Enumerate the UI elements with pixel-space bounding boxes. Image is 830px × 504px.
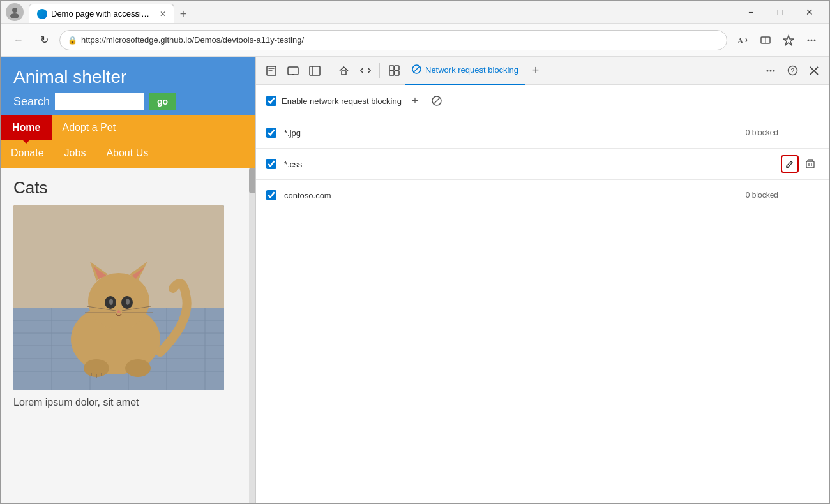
more-tabs-button[interactable]: [760, 61, 781, 81]
rule-jpg-checkbox[interactable]: [266, 128, 276, 138]
webpage-scrollbar[interactable]: [249, 168, 255, 503]
devtools-elements-button[interactable]: [384, 61, 404, 81]
svg-rect-41: [267, 66, 276, 75]
webpage-body: Cats: [1, 168, 249, 503]
cat-image: [13, 205, 224, 390]
svg-rect-65: [806, 161, 814, 168]
rule-css-delete-button[interactable]: [801, 155, 819, 173]
svg-rect-47: [389, 66, 394, 70]
network-request-blocking-tab[interactable]: Network request blocking: [405, 57, 525, 85]
svg-point-1: [10, 13, 19, 18]
lorem-text: Lorem ipsum dolor, sit amet: [13, 397, 236, 408]
rule-css-edit-button[interactable]: [781, 155, 799, 173]
minimize-button[interactable]: −: [736, 2, 766, 22]
rule-jpg-blocked-count: 0 blocked: [746, 128, 778, 137]
svg-point-22: [88, 273, 149, 329]
nav-about-link[interactable]: About Us: [96, 141, 158, 165]
enable-nrb-checkbox[interactable]: [266, 96, 276, 106]
profile-icon[interactable]: [6, 3, 24, 21]
svg-line-52: [414, 66, 420, 72]
webpage-header: Animal shelter Search go: [1, 57, 255, 115]
search-row: Search go: [13, 93, 243, 110]
webpage-nav: Home Adopt a Pet: [1, 115, 255, 140]
rule-jpg-edit-placeholder: [783, 124, 801, 142]
nrb-header: Enable network request blocking +: [256, 85, 829, 117]
search-input[interactable]: [55, 93, 144, 110]
inspect-element-button[interactable]: [261, 61, 282, 81]
main-content: Animal shelter Search go Home Adopt a Pe…: [1, 57, 829, 503]
favorites-button[interactable]: [778, 30, 799, 50]
url-text: https://microsoftedge.github.io/Demos/de…: [81, 35, 719, 45]
devtools-source-button[interactable]: [355, 61, 375, 81]
list-item: *.jpg 0 blocked: [256, 117, 829, 149]
cats-heading: Cats: [13, 178, 236, 198]
tab-strip: Demo page with accessibility iss ✕ +: [29, 1, 731, 23]
svg-line-61: [434, 98, 440, 104]
edge-logo: [37, 9, 47, 19]
svg-point-30: [126, 299, 130, 305]
list-item: *.css: [256, 149, 829, 180]
svg-rect-50: [395, 71, 399, 75]
tab-close-button[interactable]: ✕: [160, 10, 166, 19]
toolbar-separator-1: [329, 63, 329, 78]
new-tab-button[interactable]: +: [174, 5, 192, 23]
svg-point-8: [814, 39, 816, 41]
search-go-button[interactable]: go: [149, 93, 176, 110]
read-aloud-button[interactable]: 𝐀: [732, 30, 753, 50]
browser-window: Demo page with accessibility iss ✕ + − □…: [0, 0, 830, 504]
scrollable-content: Cats: [1, 168, 255, 503]
device-emulation-button[interactable]: [283, 61, 303, 81]
close-devtools-button[interactable]: [804, 61, 824, 81]
rule-contoso-checkbox[interactable]: [266, 190, 276, 200]
titlebar: Demo page with accessibility iss ✕ + − □…: [1, 1, 829, 24]
scrollbar-thumb[interactable]: [249, 168, 255, 193]
rule-css-checkbox[interactable]: [266, 159, 276, 169]
add-panel-tab-button[interactable]: +: [526, 61, 545, 80]
addressbar-actions: 𝐀: [732, 30, 822, 50]
toggle-sidebar-button[interactable]: [305, 61, 325, 81]
svg-text:?: ?: [790, 68, 794, 75]
browser-tab-active[interactable]: Demo page with accessibility iss ✕: [29, 4, 174, 23]
immersive-reader-button[interactable]: [755, 30, 776, 50]
help-button[interactable]: ?: [782, 61, 803, 81]
devtools-panel: Network request blocking + ?: [256, 57, 829, 503]
devtools-home-button[interactable]: [333, 61, 354, 81]
tab-title: Demo page with accessibility iss: [51, 9, 153, 19]
webpage-nav-secondary: Donate Jobs About Us: [1, 140, 255, 168]
svg-rect-48: [395, 66, 399, 70]
rule-jpg-delete-placeholder: [801, 124, 819, 142]
svg-point-37: [125, 359, 151, 377]
svg-rect-44: [310, 66, 320, 75]
svg-marker-5: [783, 36, 794, 45]
rule-css-text: *.css: [284, 159, 781, 169]
devtools-content: Enable network request blocking + *.jpg …: [256, 85, 829, 503]
back-button[interactable]: ←: [8, 30, 29, 50]
svg-point-55: [773, 70, 775, 71]
nav-donate-link[interactable]: Donate: [1, 141, 54, 165]
svg-point-29: [109, 299, 113, 305]
tab-label: Network request blocking: [425, 65, 518, 75]
close-button[interactable]: ✕: [795, 2, 824, 22]
svg-rect-43: [292, 74, 294, 75]
website-title: Animal shelter: [13, 67, 243, 87]
address-bar: ← ↻ 🔒 https://microsoftedge.github.io/De…: [1, 24, 829, 57]
svg-rect-42: [288, 67, 298, 75]
rule-contoso-delete-placeholder: [801, 186, 819, 204]
svg-rect-49: [389, 71, 394, 75]
window-controls: − □ ✕: [736, 2, 824, 22]
nav-adopt-link[interactable]: Adopt a Pet: [52, 115, 126, 140]
clear-patterns-button[interactable]: [428, 93, 445, 109]
network-request-blocking-panel: Enable network request blocking + *.jpg …: [256, 85, 829, 211]
more-tools-button[interactable]: [801, 30, 822, 50]
add-pattern-button[interactable]: +: [407, 93, 423, 109]
nav-home-button[interactable]: Home: [1, 115, 52, 140]
refresh-button[interactable]: ↻: [34, 30, 54, 50]
maximize-button[interactable]: □: [766, 2, 795, 22]
webpage-panel: Animal shelter Search go Home Adopt a Pe…: [1, 57, 256, 503]
list-item: contoso.com 0 blocked: [256, 180, 829, 211]
url-bar[interactable]: 🔒 https://microsoftedge.github.io/Demos/…: [59, 30, 727, 50]
nav-jobs-link[interactable]: Jobs: [54, 141, 96, 165]
rule-css-actions: [781, 155, 819, 173]
enable-nrb-label: Enable network request blocking: [282, 96, 402, 106]
svg-point-0: [12, 8, 17, 13]
